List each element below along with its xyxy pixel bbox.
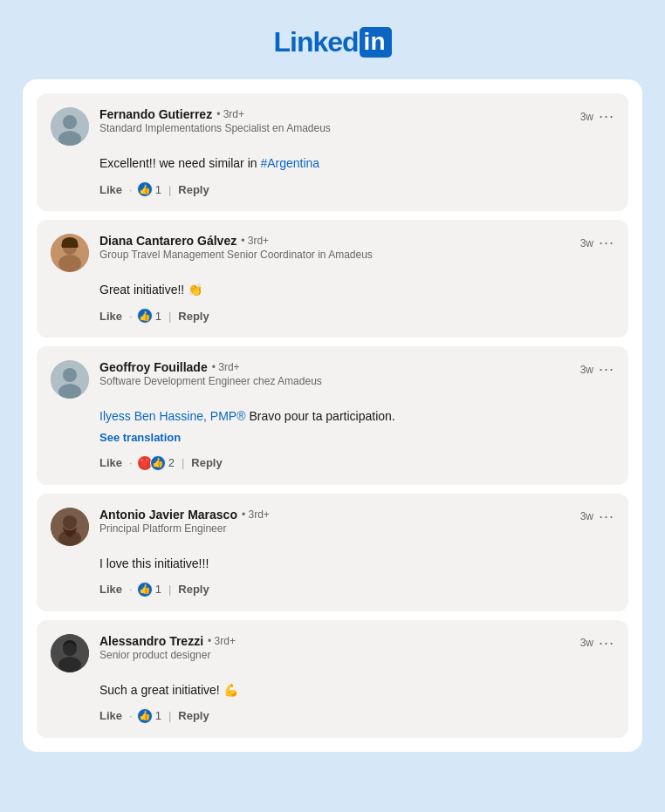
linkedin-box: in (360, 27, 392, 58)
avatar (51, 107, 89, 146)
like-button[interactable]: Like (99, 456, 122, 469)
like-reaction-icon: 👍 (150, 455, 166, 471)
reaction-count: 1 (155, 583, 161, 596)
comment-actions: Like · 👍 1 | Reply (99, 708, 614, 724)
user-name: Diana Cantarero Gálvez (99, 234, 237, 248)
reply-button[interactable]: Reply (178, 183, 209, 196)
reaction-count: 1 (155, 709, 161, 722)
user-info: Fernando Gutierrez • 3rd+ Standard Imple… (99, 107, 331, 134)
user-name-line: Diana Cantarero Gálvez • 3rd+ (99, 234, 373, 248)
comment-body: Such a great initiative! 💪 (99, 681, 614, 699)
user-degree: • 3rd+ (212, 361, 240, 373)
comment-left: Alessandro Trezzi • 3rd+ Senior product … (51, 634, 236, 672)
user-info: Geoffroy Fouillade • 3rd+ Software Devel… (99, 360, 322, 387)
user-info: Alessandro Trezzi • 3rd+ Senior product … (99, 634, 236, 661)
reaction-icons: 👍 (140, 708, 153, 724)
svg-point-15 (58, 657, 81, 672)
comment-meta-right: 3w ··· (580, 234, 614, 252)
like-button[interactable]: Like (99, 183, 122, 196)
separator: · (129, 583, 133, 596)
comment-left: Diana Cantarero Gálvez • 3rd+ Group Trav… (51, 234, 373, 272)
reply-button[interactable]: Reply (191, 456, 222, 469)
comment-meta-right: 3w ··· (580, 634, 614, 652)
user-name-line: Antonio Javier Marasco • 3rd+ (99, 508, 270, 522)
svg-point-11 (63, 515, 77, 529)
reaction-group: ❤️ 👍 2 (140, 455, 175, 471)
reaction-group: 👍 1 (140, 708, 161, 724)
more-options-button[interactable]: ··· (599, 634, 614, 652)
mention[interactable]: Ilyess Ben Hassine, PMP® (99, 409, 246, 423)
comment-header: Alessandro Trezzi • 3rd+ Senior product … (51, 634, 614, 672)
user-title: Senior product designer (99, 649, 236, 661)
comment-actions: Like · ❤️ 👍 2 | Reply (99, 455, 614, 471)
comment-left: Fernando Gutierrez • 3rd+ Standard Imple… (51, 107, 331, 146)
linkedin-logo: Linked in (273, 26, 391, 58)
like-button[interactable]: Like (99, 310, 122, 323)
like-reaction-icon: 👍 (137, 181, 153, 197)
more-options-button[interactable]: ··· (599, 508, 614, 526)
comment-header: Geoffroy Fouillade • 3rd+ Software Devel… (51, 360, 614, 399)
reaction-icons: 👍 (140, 181, 153, 197)
user-name: Fernando Gutierrez (99, 107, 212, 121)
comment-time: 3w (580, 111, 593, 123)
like-button[interactable]: Like (99, 709, 122, 722)
comment-time: 3w (580, 364, 593, 376)
reply-button[interactable]: Reply (178, 709, 209, 722)
separator: · (129, 456, 133, 469)
user-info: Diana Cantarero Gálvez • 3rd+ Group Trav… (99, 234, 373, 261)
user-name: Antonio Javier Marasco (99, 508, 237, 522)
comment-body: Ilyess Ben Hassine, PMP® Bravo pour ta p… (99, 407, 614, 447)
comment-meta-right: 3w ··· (580, 508, 614, 526)
see-translation-button[interactable]: See translation (99, 429, 614, 447)
separator: | (168, 709, 171, 722)
comment-meta-right: 3w ··· (580, 360, 614, 379)
svg-point-1 (63, 115, 77, 129)
user-title: Standard Implementations Specialist en A… (99, 122, 331, 134)
reaction-group: 👍 1 (140, 308, 161, 324)
comment-time: 3w (580, 637, 593, 649)
more-options-button[interactable]: ··· (599, 234, 614, 252)
user-name-line: Fernando Gutierrez • 3rd+ (99, 107, 331, 121)
reaction-count: 2 (168, 456, 175, 469)
comment-header: Fernando Gutierrez • 3rd+ Standard Imple… (51, 107, 614, 146)
avatar (51, 234, 89, 272)
reaction-count: 1 (155, 183, 161, 196)
like-button[interactable]: Like (99, 583, 122, 596)
reply-button[interactable]: Reply (178, 310, 209, 323)
comment-left: Geoffroy Fouillade • 3rd+ Software Devel… (51, 360, 322, 399)
user-degree: • 3rd+ (242, 508, 270, 521)
comment-card: Diana Cantarero Gálvez • 3rd+ Group Trav… (37, 220, 628, 338)
user-degree: • 3rd+ (208, 635, 236, 647)
linkedin-text: Linked (273, 26, 358, 58)
user-degree: • 3rd+ (216, 108, 244, 120)
comment-card: Antonio Javier Marasco • 3rd+ Principal … (37, 494, 628, 611)
svg-point-8 (63, 368, 77, 382)
hashtag[interactable]: #Argentina (260, 156, 319, 170)
separator: · (129, 310, 133, 323)
separator: | (182, 456, 184, 469)
comment-actions: Like · 👍 1 | Reply (99, 181, 614, 197)
avatar (51, 360, 89, 399)
comment-card: Fernando Gutierrez • 3rd+ Standard Imple… (37, 93, 628, 211)
like-reaction-icon: 👍 (137, 708, 153, 724)
like-reaction-icon: 👍 (137, 308, 153, 324)
reaction-count: 1 (155, 310, 161, 323)
comments-container: Fernando Gutierrez • 3rd+ Standard Imple… (23, 79, 642, 752)
comment-actions: Like · 👍 1 | Reply (99, 582, 614, 597)
user-name-line: Alessandro Trezzi • 3rd+ (99, 634, 236, 648)
comment-body: I love this initiative!!! (99, 555, 614, 573)
comment-time: 3w (580, 237, 593, 249)
comment-time: 3w (580, 510, 593, 522)
comment-left: Antonio Javier Marasco • 3rd+ Principal … (51, 508, 270, 546)
reaction-group: 👍 1 (140, 582, 161, 597)
more-options-button[interactable]: ··· (599, 360, 614, 379)
user-info: Antonio Javier Marasco • 3rd+ Principal … (99, 508, 270, 535)
separator: | (168, 183, 171, 196)
like-reaction-icon: 👍 (137, 582, 153, 597)
more-options-button[interactable]: ··· (599, 107, 614, 126)
reply-button[interactable]: Reply (178, 583, 209, 596)
comment-card: Geoffroy Fouillade • 3rd+ Software Devel… (37, 346, 628, 485)
svg-point-5 (58, 255, 81, 272)
user-title: Software Development Engineer chez Amade… (99, 375, 322, 387)
avatar (51, 634, 89, 672)
